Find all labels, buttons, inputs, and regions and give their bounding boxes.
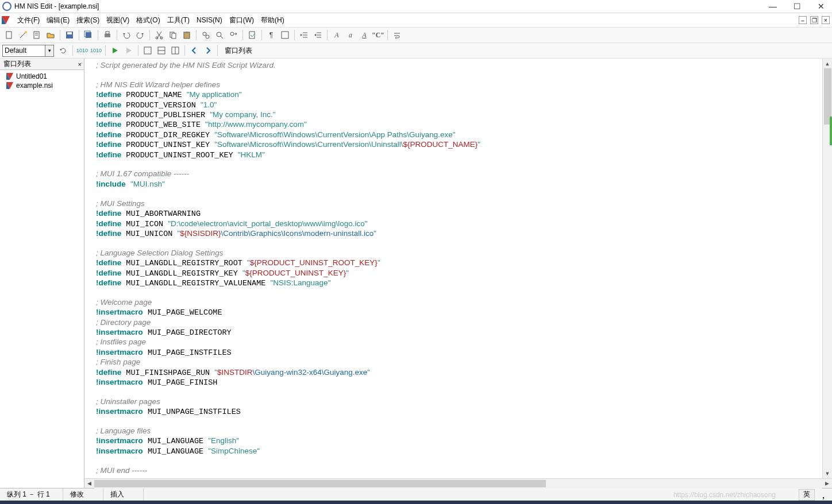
file-item[interactable]: example.nsi — [0, 81, 84, 90]
mdi-minimize-button[interactable]: – — [799, 16, 807, 24]
copy-icon[interactable] — [167, 29, 179, 41]
vertical-scrollbar[interactable]: ▲ ▼ — [822, 59, 832, 478]
file-item[interactable]: Untitled01 — [0, 72, 84, 81]
save-icon[interactable] — [63, 29, 76, 41]
undo-icon[interactable] — [120, 29, 133, 41]
toolbar-secondary: Default ▾ 1010 1010 窗口列表 — [0, 43, 832, 59]
app-icon — [2, 2, 11, 11]
menu-search[interactable]: 搜索(S) — [73, 14, 103, 27]
editor-wrap: ; Script generated by the HM NIS Edit Sc… — [84, 59, 832, 488]
scroll-thumb[interactable] — [94, 480, 546, 487]
open-icon[interactable] — [44, 29, 57, 41]
scroll-down-icon[interactable]: ▼ — [823, 468, 832, 478]
split-none-icon[interactable] — [141, 44, 154, 57]
menu-view[interactable]: 视图(V) — [103, 14, 133, 27]
scroll-left-icon[interactable]: ◀ — [84, 479, 94, 489]
sidebar: 窗口列表 × Untitled01example.nsi — [0, 59, 84, 488]
menu-window[interactable]: 窗口(W) — [226, 14, 257, 27]
uppercase-icon[interactable]: A — [330, 29, 343, 41]
svg-rect-32 — [144, 47, 151, 54]
outdent-icon[interactable] — [311, 29, 324, 41]
mdi-restore-button[interactable]: ❐ — [810, 16, 818, 24]
scroll-up-icon[interactable]: ▲ — [823, 59, 832, 68]
toolbar-separator — [184, 45, 185, 56]
minimize-button[interactable]: — — [769, 2, 777, 10]
toolbar-separator — [105, 45, 106, 56]
binary-icon[interactable]: 1010 — [90, 44, 102, 57]
window-controls: — ☐ ✕ — [769, 2, 825, 10]
horizontal-scrollbar[interactable]: ◀ ▶ — [84, 478, 832, 488]
lowercase-icon[interactable]: a — [344, 29, 357, 41]
cut-icon[interactable] — [153, 29, 165, 41]
maximize-button[interactable]: ☐ — [793, 2, 801, 10]
paragraph-icon[interactable]: ¶ — [265, 29, 278, 41]
window-list-label[interactable]: 窗口列表 — [220, 46, 257, 56]
taskbar-fragment — [0, 501, 832, 504]
file-name: example.nsi — [16, 82, 53, 90]
menu-help[interactable]: 帮助(H) — [257, 14, 288, 27]
ime-extra-icon[interactable]: ， — [818, 488, 829, 502]
code-editor[interactable]: ; Script generated by the HM NIS Edit Sc… — [84, 59, 832, 478]
hex-icon[interactable]: 1010 — [76, 44, 88, 57]
special-chars-icon[interactable] — [279, 29, 291, 41]
toolbar-separator — [79, 30, 79, 40]
toolbar-main: ¶ A a A "C" — [0, 28, 832, 43]
toolbar-separator — [294, 30, 295, 40]
paste-icon[interactable] — [180, 29, 193, 41]
main-split: 窗口列表 × Untitled01example.nsi ; Script ge… — [0, 59, 832, 488]
scroll-track[interactable] — [823, 68, 832, 468]
svg-rect-2 — [6, 32, 11, 38]
print-icon[interactable] — [101, 29, 114, 41]
menu-format[interactable]: 格式(O) — [133, 14, 163, 27]
menu-file[interactable]: 文件(F) — [14, 14, 43, 27]
toolbar-separator — [98, 30, 98, 40]
svg-point-19 — [203, 32, 206, 36]
svg-point-13 — [156, 37, 158, 39]
svg-rect-25 — [282, 32, 288, 38]
nsis-icon — [1, 15, 10, 25]
status-position: 纵列 1 － 行 1 — [0, 489, 63, 501]
nav-back-icon[interactable] — [188, 44, 201, 57]
svg-rect-12 — [106, 32, 109, 34]
replace-icon[interactable] — [227, 29, 240, 41]
svg-point-14 — [160, 37, 163, 39]
sidebar-header: 窗口列表 × — [0, 59, 84, 70]
indent-icon[interactable] — [298, 29, 310, 41]
find-next-icon[interactable] — [213, 29, 226, 41]
status-modified: 修改 — [63, 489, 103, 501]
sidebar-title: 窗口列表 — [3, 59, 31, 69]
highlighter-combo[interactable]: Default ▾ — [2, 45, 54, 57]
sidebar-close-icon[interactable]: × — [78, 61, 82, 68]
chevron-down-icon[interactable]: ▾ — [45, 45, 53, 56]
menu-nsis[interactable]: NSIS(N) — [193, 14, 226, 26]
new-file-icon[interactable] — [3, 29, 16, 41]
svg-point-21 — [217, 32, 221, 37]
ime-indicator[interactable]: 英 — [799, 489, 815, 501]
find-icon[interactable] — [199, 29, 212, 41]
wordwrap-icon[interactable] — [391, 29, 403, 41]
split-horizontal-icon[interactable] — [155, 44, 168, 57]
toolbar-separator — [60, 30, 60, 40]
refresh-icon[interactable] — [57, 44, 70, 57]
wizard-icon[interactable] — [17, 29, 29, 41]
togglecase-icon[interactable]: A — [358, 29, 371, 41]
split-vertical-icon[interactable] — [169, 44, 182, 57]
scroll-right-icon[interactable]: ▶ — [822, 479, 832, 489]
svg-point-23 — [230, 32, 234, 36]
redo-icon[interactable] — [134, 29, 147, 41]
menu-tools[interactable]: 工具(T) — [164, 14, 193, 27]
nsis-file-icon — [6, 82, 14, 90]
template-icon[interactable] — [30, 29, 43, 41]
toolbar-separator — [149, 30, 150, 40]
run-icon[interactable] — [109, 44, 121, 57]
run-last-icon[interactable] — [122, 44, 135, 57]
save-all-icon[interactable] — [82, 29, 95, 41]
svg-line-22 — [221, 36, 223, 38]
menu-edit[interactable]: 编辑(E) — [43, 14, 73, 27]
nav-forward-icon[interactable] — [202, 44, 214, 57]
scroll-track[interactable] — [94, 479, 822, 489]
compile-icon[interactable] — [246, 29, 259, 41]
mdi-close-button[interactable]: × — [822, 16, 830, 24]
close-button[interactable]: ✕ — [817, 2, 825, 10]
quote-icon[interactable]: "C" — [372, 29, 384, 41]
